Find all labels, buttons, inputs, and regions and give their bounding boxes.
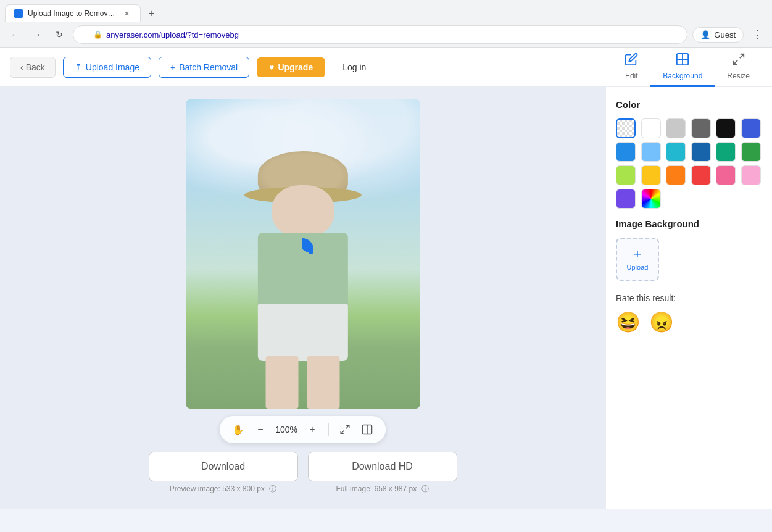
loading-spinner (291, 238, 313, 260)
browser-menu-button[interactable]: ⋮ (749, 26, 766, 43)
svg-line-3 (346, 425, 349, 428)
svg-line-2 (733, 60, 737, 64)
color-swatch-teal[interactable] (716, 142, 736, 162)
login-label: Log in (342, 62, 366, 72)
color-swatch-pink-red[interactable] (716, 165, 736, 185)
rate-title: Rate this result: (616, 293, 762, 303)
batch-plus-icon: + (170, 62, 175, 72)
url-text: anyeraser.com/upload/?td=removebg (106, 30, 239, 39)
download-bar: Download Preview image: 533 x 800 px ⓘ D… (136, 452, 470, 494)
preview-info-icon[interactable]: ⓘ (269, 484, 276, 493)
canvas-area: ✋ − 100% + Download Preview image: 533 x (0, 87, 605, 509)
tab-favicon (14, 9, 23, 18)
color-swatch-red[interactable] (691, 165, 711, 185)
upload-bg-plus-icon: + (634, 247, 642, 261)
right-panel: Color Ima (605, 87, 772, 509)
url-bar[interactable]: 🔒 anyeraser.com/upload/?td=removebg (73, 25, 687, 44)
zoom-separator (328, 423, 329, 436)
guest-icon: 👤 (700, 30, 710, 39)
preview-info: Preview image: 533 x 800 px ⓘ (149, 484, 298, 494)
reload-button[interactable]: ↻ (51, 26, 68, 43)
forward-nav-button[interactable]: → (28, 26, 46, 43)
color-swatch-yellow[interactable] (641, 165, 661, 185)
back-label: Back (26, 62, 45, 72)
color-swatch-light-gray[interactable] (666, 118, 686, 138)
edit-label: Edit (625, 72, 638, 80)
color-swatch-gradient[interactable] (641, 189, 661, 209)
upload-image-button[interactable]: ⤒ Upload Image (63, 57, 151, 78)
zoom-out-button[interactable]: − (252, 421, 269, 438)
zoom-toolbar: ✋ − 100% + (220, 416, 386, 443)
download-hd-button[interactable]: Download HD (308, 452, 457, 481)
new-tab-button[interactable]: + (143, 5, 160, 22)
color-swatch-cyan[interactable] (666, 142, 686, 162)
resize-icon (732, 52, 745, 69)
upload-icon: ⤒ (75, 62, 82, 72)
tab-background[interactable]: Background (650, 48, 715, 87)
back-chevron-icon: ‹ (20, 62, 23, 72)
guest-label: Guest (714, 30, 736, 39)
svg-line-4 (341, 431, 344, 434)
tab-close-button[interactable]: ✕ (122, 9, 131, 19)
color-swatch-navy[interactable] (691, 142, 711, 162)
upload-bg-box[interactable]: + Upload (616, 238, 659, 281)
color-swatch-dark-gray[interactable] (691, 118, 711, 138)
upload-bg-label: Upload (627, 264, 649, 271)
color-swatch-green[interactable] (741, 142, 761, 162)
login-button[interactable]: Log in (333, 57, 376, 77)
zoom-level: 100% (274, 425, 299, 434)
color-swatch-sky-blue[interactable] (641, 142, 661, 162)
download-button[interactable]: Download (149, 452, 298, 481)
pan-tool-button[interactable]: ✋ (230, 421, 247, 438)
image-container[interactable] (186, 99, 420, 409)
color-section-title: Color (616, 99, 762, 110)
zoom-in-button[interactable]: + (304, 421, 321, 438)
bottom-area: Download Preview image: 533 x 800 px ⓘ D… (12, 443, 593, 499)
download-label: Download (201, 461, 245, 472)
main-layout: ✋ − 100% + Download Preview image: 533 x (0, 87, 772, 509)
color-swatch-blue[interactable] (616, 142, 636, 162)
color-swatch-purple[interactable] (616, 189, 636, 209)
color-swatch-transparent[interactable] (616, 118, 636, 138)
svg-line-1 (739, 54, 743, 57)
tab-title: Upload Image to Remove Bg (28, 9, 117, 18)
color-grid (616, 118, 762, 209)
guest-account-button[interactable]: 👤 Guest (692, 27, 744, 43)
rate-bad-emoji[interactable]: 😠 (649, 310, 674, 334)
color-swatch-white[interactable] (641, 118, 661, 138)
batch-label: Batch Removal (179, 62, 238, 72)
download-hd-label: Download HD (352, 461, 413, 472)
background-label: Background (663, 72, 702, 80)
upgrade-button[interactable]: ♥ Upgrade (257, 57, 325, 77)
browser-chrome: Upload Image to Remove Bg ✕ + ← → ↻ 🔒 an… (0, 0, 772, 48)
upgrade-label: Upgrade (278, 62, 313, 72)
full-info-icon[interactable]: ⓘ (421, 484, 429, 493)
heart-icon: ♥ (269, 62, 274, 72)
color-swatch-orange[interactable] (666, 165, 686, 185)
background-icon (676, 52, 689, 69)
image-bg-section: Image Background + Upload (616, 218, 762, 281)
rate-good-emoji[interactable]: 😆 (616, 310, 641, 334)
back-nav-button[interactable]: ← (6, 26, 23, 43)
tab-edit[interactable]: Edit (612, 48, 650, 87)
image-background (186, 99, 420, 409)
processing-overlay (186, 99, 420, 409)
toolbar-right: Edit Background Resize (612, 48, 762, 87)
rate-emojis: 😆 😠 (616, 310, 762, 334)
rate-section: Rate this result: 😆 😠 (616, 293, 762, 334)
color-swatch-black[interactable] (716, 118, 736, 138)
url-security-icon: 🔒 (93, 30, 102, 39)
fit-screen-button[interactable] (336, 421, 354, 438)
resize-label: Resize (727, 72, 750, 80)
loading-indicator (291, 238, 316, 263)
tab-bar: Upload Image to Remove Bg ✕ + (0, 0, 772, 22)
tab-resize[interactable]: Resize (715, 48, 762, 87)
browser-tab[interactable]: Upload Image to Remove Bg ✕ (5, 4, 141, 22)
back-button[interactable]: ‹ Back (10, 57, 56, 78)
color-swatch-royal-blue[interactable] (741, 118, 761, 138)
color-swatch-light-pink[interactable] (741, 165, 761, 185)
edit-icon (625, 52, 638, 69)
batch-removal-button[interactable]: + Batch Removal (159, 57, 249, 78)
color-swatch-yellow-green[interactable] (616, 165, 636, 185)
split-view-button[interactable] (359, 421, 376, 438)
